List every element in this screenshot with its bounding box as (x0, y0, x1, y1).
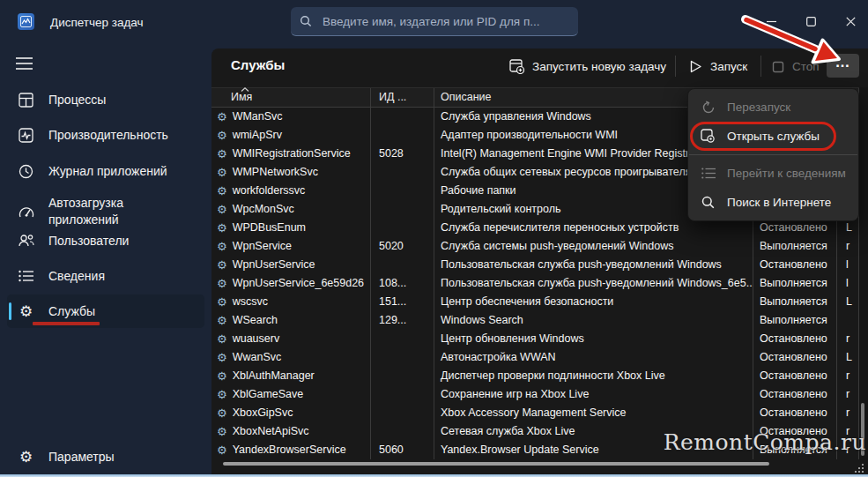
service-description-cell: Автонастройка WWAN (434, 348, 753, 367)
minimize-button[interactable] (752, 7, 790, 35)
sidebar-item-label: Службы (48, 303, 95, 320)
table-row[interactable]: ⚙XblGameSave Сохранение игр на Xbox Live… (211, 385, 859, 404)
run-new-task-button[interactable]: Запустить новую задачу (509, 55, 666, 78)
service-name-cell: ⚙WMPNetworkSvc (211, 163, 371, 182)
processes-icon (18, 92, 34, 108)
toolbar-separator (760, 56, 761, 77)
service-pid-cell (371, 367, 434, 385)
sidebar-item-label: Журнал приложений (48, 163, 167, 180)
sidebar-item-processes[interactable]: Процессы (7, 83, 204, 116)
column-header-name[interactable]: Имя (211, 88, 371, 107)
search-box[interactable] (291, 7, 578, 36)
service-pid-cell (371, 182, 434, 200)
close-button[interactable] (831, 7, 868, 35)
service-name-cell: ⚙wmiApSrv (211, 126, 371, 145)
stop-icon (772, 61, 784, 73)
service-status-cell: Выполняется (753, 237, 837, 256)
service-name-cell: ⚙workfolderssvc (211, 182, 371, 200)
service-description-cell: Сохранение игр на Xbox Live (434, 385, 753, 404)
service-description-cell: Пользовательская служба push-уведомлений… (434, 256, 753, 274)
service-group-cell: L (837, 293, 859, 311)
table-row[interactable]: ⚙XblAuthManager Диспетчер проверки подли… (211, 367, 859, 385)
search-input[interactable] (321, 14, 569, 29)
page-title: Службы (231, 57, 285, 72)
service-pid-cell (371, 256, 434, 274)
table-row[interactable]: ⚙WpnUserService_6e59d26 108... Пользоват… (211, 274, 859, 293)
service-name-cell: ⚙WMIRegistrationService (211, 145, 371, 163)
play-icon (689, 60, 702, 73)
service-gear-icon: ⚙ (217, 222, 227, 234)
service-gear-icon: ⚙ (217, 389, 227, 400)
table-row[interactable]: ⚙WwanSvc Автонастройка WWAN Остановлено … (211, 348, 859, 367)
table-row[interactable]: ⚙WPDBusEnum Служба перечислителя перенос… (211, 219, 859, 237)
service-description-cell: Пользовательская служба push-уведомлений… (434, 274, 753, 293)
service-group-cell: l (837, 256, 859, 274)
menu-item-search-online[interactable]: Поиск в Интернете (688, 188, 858, 217)
service-gear-icon: ⚙ (217, 259, 227, 271)
service-name-cell: ⚙WpnService (211, 237, 371, 256)
table-row[interactable]: ⚙WSearch 129... Windows Search Выполняет… (211, 311, 859, 330)
menu-item-go-to-details: Перейти к сведениям (688, 159, 858, 188)
table-row[interactable]: ⚙XboxGipSvc Xbox Accessory Management Se… (211, 404, 859, 422)
service-name-cell: ⚙WPDBusEnum (211, 219, 371, 237)
restart-icon (701, 100, 716, 115)
menu-item-label: Поиск в Интернете (727, 196, 831, 209)
service-status-cell: Выполняется (753, 274, 837, 293)
stop-label: Стоп (792, 60, 820, 73)
service-name-cell: ⚙XboxGipSvc (211, 404, 371, 422)
sidebar-item-details[interactable]: Сведения (7, 259, 204, 293)
service-status-cell: Остановлено (753, 219, 837, 237)
service-gear-icon: ⚙ (217, 370, 227, 382)
red-circle-annotation (690, 122, 836, 151)
service-status-cell: Остановлено (753, 385, 837, 404)
table-row[interactable]: ⚙wscsvc 151... Центр обеспечения безопас… (211, 293, 859, 311)
table-row[interactable]: ⚙WpnService 5020 Служба системы push-уве… (211, 237, 859, 256)
service-status-cell: Выполняется (753, 293, 837, 311)
service-name-cell: ⚙YandexBrowserService (211, 441, 371, 459)
service-status-cell: Остановлено (753, 404, 837, 422)
service-group-cell: r (837, 367, 859, 385)
menu-separator (689, 154, 857, 155)
window-title: Диспетчер задач (50, 16, 144, 29)
service-gear-icon: ⚙ (217, 426, 227, 437)
run-new-task-icon (509, 59, 524, 74)
sidebar-item-app-history[interactable]: Журнал приложений (7, 154, 204, 188)
service-gear-icon: ⚙ (217, 167, 227, 178)
users-icon (18, 233, 34, 250)
service-status-cell: Выполняется (753, 311, 837, 330)
service-status-cell: Остановлено (753, 256, 837, 274)
sidebar-item-label: Производительность (48, 127, 168, 144)
service-pid-cell: 5020 (371, 237, 434, 256)
service-name-cell: ⚙WpnUserService (211, 256, 371, 274)
stop-button: Стоп (772, 55, 820, 78)
service-description-cell: Служба перечислителя переносных устройст… (434, 219, 753, 237)
table-row[interactable]: ⚙wuauserv Центр обновления Windows Остан… (211, 330, 859, 348)
service-pid-cell (371, 348, 434, 367)
sidebar-item-performance[interactable]: Производительность (7, 118, 204, 152)
go-to-details-icon (701, 166, 716, 181)
maximize-button[interactable] (791, 7, 830, 35)
service-gear-icon: ⚙ (217, 296, 227, 308)
table-row[interactable]: ⚙WpnUserService Пользовательская служба … (211, 256, 859, 274)
column-header-pid[interactable]: ИД ... (371, 88, 434, 107)
details-icon (18, 268, 34, 285)
resize-grip[interactable] (851, 460, 865, 474)
service-gear-icon: ⚙ (217, 111, 227, 123)
service-pid-cell (371, 385, 434, 404)
more-options-button[interactable]: … (827, 54, 859, 78)
menu-item-restart: Перезапуск (688, 93, 858, 122)
sidebar-item-settings[interactable]: ⚙ Параметры (7, 441, 204, 473)
service-name-cell: ⚙WpnUserService_6e59d26 (211, 274, 371, 293)
sidebar-item-users[interactable]: Пользователи (7, 224, 204, 257)
service-gear-icon: ⚙ (217, 315, 227, 326)
performance-icon (18, 127, 34, 144)
start-button[interactable]: Запуск (689, 55, 747, 78)
service-pid-cell (371, 404, 434, 422)
navigation-menu-button[interactable] (11, 51, 37, 76)
menu-item-label: Перезапуск (727, 101, 790, 114)
service-pid-cell (371, 330, 434, 348)
service-group-cell: r (837, 385, 859, 404)
service-pid-cell: 129... (371, 311, 434, 330)
service-description-cell: Диспетчер проверки подлинности Xbox Live (434, 367, 753, 385)
horizontal-scrollbar-thumb[interactable] (223, 462, 769, 466)
